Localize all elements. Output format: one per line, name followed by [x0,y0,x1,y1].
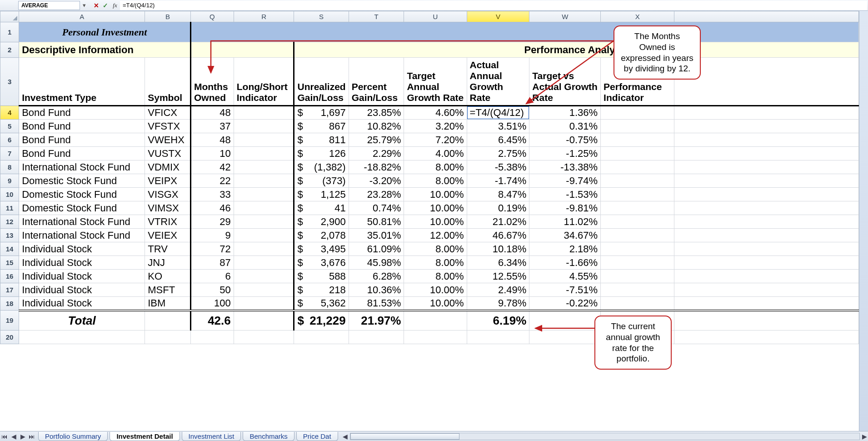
cell-gainloss[interactable]: $2,900 [294,215,349,229]
cell-gainloss[interactable]: $41 [294,201,349,215]
cell-symbol[interactable]: IBM [145,297,191,311]
cell-target[interactable]: 10.00% [404,215,467,229]
total-months[interactable]: 42.6 [190,311,234,331]
cancel-icon[interactable]: ✕ [92,1,101,10]
header-T[interactable]: Percent Gain/Loss [349,58,404,106]
cell-target[interactable]: 10.00% [404,188,467,201]
cell-type[interactable]: Individual Stock [19,242,145,256]
cell-gainloss[interactable]: $3,495 [294,242,349,256]
cell-actual[interactable]: 6.34% [467,256,529,270]
cell-months[interactable]: 29 [190,215,234,229]
sheet-tab-price-dat[interactable]: Price Dat [296,432,338,441]
total-actual[interactable]: 6.19% [467,311,529,331]
cell-type[interactable]: Bond Fund [19,120,145,133]
cell-tva[interactable]: -9.81% [529,201,601,215]
row-head-11[interactable]: 11 [0,201,19,215]
cell-pi[interactable] [601,201,674,215]
cell-pct[interactable]: 23.85% [349,106,404,120]
cell-gainloss[interactable]: $218 [294,283,349,297]
cell-target[interactable]: 8.00% [404,242,467,256]
cell-pct[interactable]: 25.79% [349,133,404,147]
cell-target[interactable]: 8.00% [404,270,467,283]
cell-gainloss[interactable]: $1,697 [294,106,349,120]
cell-target[interactable]: 8.00% [404,174,467,188]
cell-tva[interactable]: -0.22% [529,297,601,311]
header-U[interactable]: Target Annual Growth Rate [404,58,467,106]
cell-pct[interactable]: 6.28% [349,270,404,283]
fx-icon[interactable]: fx [110,2,120,9]
cell-tva[interactable]: -0.75% [529,133,601,147]
row-head-19[interactable]: 19 [0,311,19,331]
cell-months[interactable]: 100 [190,297,234,311]
cell-symbol[interactable]: VUSTX [145,147,191,160]
cell-months[interactable]: 9 [190,229,234,242]
cell-extra[interactable] [674,256,859,270]
cell-pi[interactable] [601,106,674,120]
cell-actual[interactable]: 12.55% [467,270,529,283]
cell-target[interactable]: 10.00% [404,201,467,215]
header-V[interactable]: Actual Annual Growth Rate [467,58,529,106]
sheet-tab-benchmarks[interactable]: Benchmarks [243,432,294,441]
cell-symbol[interactable]: VFSTX [145,120,191,133]
formula-input[interactable]: =T4/(Q4/12) [120,1,867,10]
cell-extra[interactable] [674,133,859,147]
cell-gainloss[interactable]: $867 [294,120,349,133]
cell-actual[interactable]: 2.75% [467,147,529,160]
col-head-T[interactable]: T [349,11,404,22]
cell-symbol[interactable]: VTRIX [145,215,191,229]
cell-gainloss[interactable]: $(373) [294,174,349,188]
cell-months[interactable]: 6 [190,270,234,283]
row-head-10[interactable]: 10 [0,188,19,201]
cell-extra[interactable] [674,242,859,256]
col-head-A[interactable]: A [19,11,145,22]
cell-tva[interactable]: 0.31% [529,120,601,133]
cell-months[interactable]: 72 [190,242,234,256]
header-A[interactable]: Investment Type [19,58,145,106]
cell-actual[interactable]: -1.74% [467,174,529,188]
cell-symbol[interactable]: VDMIX [145,160,191,174]
row-head-14[interactable]: 14 [0,242,19,256]
col-head-V[interactable]: V [467,11,529,22]
cell-target[interactable]: 7.20% [404,133,467,147]
cell-type[interactable]: Individual Stock [19,270,145,283]
col-head-U[interactable]: U [404,11,467,22]
tab-nav-last-icon[interactable]: ⏭ [28,432,36,441]
cell-months[interactable]: 50 [190,283,234,297]
cell-extra[interactable] [674,215,859,229]
cell-type[interactable]: International Stock Fund [19,160,145,174]
cell-ls[interactable] [234,174,294,188]
cell-target[interactable]: 8.00% [404,160,467,174]
cell-gainloss[interactable]: $5,362 [294,297,349,311]
cell-actual[interactable]: 2.49% [467,283,529,297]
sheet-tab-investment-detail[interactable]: Investment Detail [110,432,180,441]
cell-ls[interactable] [234,188,294,201]
cell-ls[interactable] [234,283,294,297]
cell-actual-active[interactable]: =T4/(Q4/12) [467,106,529,120]
cell-months[interactable]: 42 [190,160,234,174]
row-head-20[interactable]: 20 [0,331,19,344]
header-extra[interactable] [674,58,859,106]
cell-months[interactable]: 48 [190,133,234,147]
section-right[interactable]: Performance Analysis [294,42,859,58]
row-head-2[interactable]: 2 [0,42,19,58]
cell-tva[interactable]: -13.38% [529,160,601,174]
row-head-18[interactable]: 18 [0,297,19,311]
cell-months[interactable]: 22 [190,174,234,188]
row-head-9[interactable]: 9 [0,174,19,188]
row-head-6[interactable]: 6 [0,133,19,147]
col-head-extra[interactable] [674,11,859,22]
name-box[interactable]: AVERAGE [18,1,80,10]
total-gl[interactable]: $21,229 [294,311,349,331]
cell-extra[interactable] [674,283,859,297]
cell-pct[interactable]: 35.01% [349,229,404,242]
row-head-8[interactable]: 8 [0,160,19,174]
cell-ls[interactable] [234,147,294,160]
cell-actual[interactable]: 46.67% [467,229,529,242]
cell-ls[interactable] [234,133,294,147]
cell-ls[interactable] [234,229,294,242]
cell-extra[interactable] [674,229,859,242]
section-left[interactable]: Descriptive Information [19,42,191,58]
cell-pct[interactable]: 2.29% [349,147,404,160]
cell-actual[interactable]: 9.78% [467,297,529,311]
cell-extra[interactable] [674,297,859,311]
